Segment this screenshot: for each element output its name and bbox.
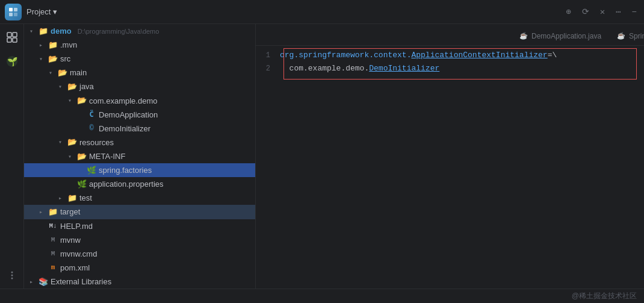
tab-icon-spring-app: ☕: [617, 32, 625, 40]
folder-icon-java: 📂: [67, 82, 77, 92]
svg-rect-1: [14, 8, 17, 11]
project-icon[interactable]: [4, 29, 20, 46]
more-icon[interactable]: ⋯: [613, 5, 623, 18]
code-line-2: 2 com.example.demo.DemoInitializer: [256, 64, 644, 77]
tree-item-spring-factories[interactable]: 🌿 spring.factories: [24, 163, 255, 177]
status-bar: @稀土掘金技术社区: [0, 289, 644, 303]
java-class-icon-init: ©: [87, 124, 96, 133]
minimize-icon[interactable]: −: [630, 6, 639, 18]
tab-label-spring-app: SpringApplication.java: [629, 32, 644, 40]
label-meta-inf: META-INF: [89, 152, 125, 161]
folder-icon-demo: 📁: [39, 27, 48, 36]
label-spring-factories: spring.factories: [99, 166, 152, 175]
project-label[interactable]: Project ▾: [26, 7, 57, 16]
arrow-main: [46, 69, 55, 77]
dropdown-arrow: ▾: [53, 7, 57, 16]
tree-item-ext-libs[interactable]: 📚 External Libraries: [24, 275, 255, 289]
label-main: main: [70, 68, 87, 77]
tree-item-mvn[interactable]: 📁 .mvn: [24, 38, 255, 52]
tree-item-demo-app[interactable]: C̈ DemoApplication: [24, 108, 255, 122]
package-icon: 📂: [77, 96, 87, 105]
label-resources: resources: [79, 138, 114, 147]
tree-item-pom-xml[interactable]: m pom.xml: [24, 261, 255, 275]
md-icon: M↓: [48, 222, 58, 230]
arrow-resources: [55, 139, 65, 146]
watermark: @稀土掘金技术社区: [572, 291, 637, 301]
line-content-2: com.example.demo.DemoInitializer: [280, 64, 439, 73]
code-line-1: 1 org.springframework.context.Applicatio…: [256, 51, 644, 64]
label-app-props: application.properties: [89, 180, 164, 189]
add-icon[interactable]: ⊕: [563, 5, 573, 18]
tree-item-target[interactable]: 📁 target: [24, 205, 255, 219]
arrow-java: [55, 83, 65, 90]
tree-item-src[interactable]: 📂 src: [24, 52, 255, 66]
title-bar-left: Project ▾: [5, 4, 101, 20]
mvnw-cmd-icon: M: [48, 250, 58, 257]
arrow-package: [65, 97, 75, 104]
tree-item-app-props[interactable]: 🌿 application.properties: [24, 177, 255, 191]
tab-demo-application[interactable]: ☕ DemoApplication.java: [512, 26, 609, 45]
tree-item-meta-inf[interactable]: 📂 META-INF: [24, 149, 255, 163]
tree-item-package[interactable]: 📂 com.example.demo: [24, 94, 255, 108]
activity-bar: 🌱: [0, 24, 24, 289]
editor-area: ☕ DemoApplication.java ☕ SpringApplicati…: [256, 24, 644, 289]
tree-item-main[interactable]: 📂 main: [24, 66, 255, 80]
svg-rect-4: [7, 33, 11, 37]
label-demo-init: DemoInitializer: [99, 124, 150, 133]
line-number-1: 1: [256, 51, 280, 60]
folder-icon-main: 📂: [58, 68, 67, 78]
label-test: test: [79, 193, 92, 202]
arrow-ext-libs: [26, 278, 36, 286]
svg-rect-0: [9, 8, 13, 11]
tree-item-mvnw-cmd[interactable]: M mvnw.cmd: [24, 247, 255, 261]
folder-icon-test: 📁: [67, 193, 77, 203]
arrow-test: [55, 195, 65, 202]
label-demo-app: DemoApplication: [99, 110, 158, 119]
tree-item-test[interactable]: 📁 test: [24, 191, 255, 205]
tabs-bar: ☕ DemoApplication.java ☕ SpringApplicati…: [256, 24, 644, 46]
tree-item-demo-init[interactable]: © DemoInitializer: [24, 122, 255, 136]
spring-icon[interactable]: 🌱: [4, 53, 20, 70]
svg-rect-6: [7, 38, 11, 42]
main-area: 🌱 📁 demo D:\programming\Java\demo 📁 .mvn: [0, 24, 644, 289]
props-icon: 🌿: [77, 180, 87, 189]
svg-point-12: [11, 278, 13, 280]
svg-rect-5: [13, 33, 17, 37]
line-number-2: 2: [256, 64, 280, 73]
label-demo: demo: [51, 27, 72, 36]
xml-icon: m: [48, 264, 58, 271]
spring-factories-icon: 🌿: [87, 166, 96, 175]
svg-rect-7: [13, 38, 17, 42]
tab-spring-application[interactable]: ☕ SpringApplication.java: [609, 26, 644, 45]
java-class-icon-demo: C̈: [87, 110, 96, 119]
svg-text:🌱: 🌱: [7, 57, 17, 67]
label-mvnw: mvnw: [60, 236, 81, 245]
arrow-src: [36, 55, 46, 63]
label-ext-libs: External Libraries: [51, 277, 111, 286]
svg-point-10: [11, 272, 13, 273]
tree-item-java[interactable]: 📂 java: [24, 80, 255, 93]
editor-content[interactable]: 1 org.springframework.context.Applicatio…: [256, 46, 644, 289]
mvnw-icon: M: [48, 236, 58, 243]
folder-icon-src: 📂: [48, 54, 58, 64]
tree-item-demo[interactable]: 📁 demo D:\programming\Java\demo: [24, 24, 255, 38]
title-bar-icons: ⊕ ⟳ ✕ ⋯ −: [563, 5, 639, 18]
close-icon[interactable]: ✕: [598, 5, 607, 18]
app-icon: [5, 4, 22, 20]
label-package: com.example.demo: [89, 96, 157, 105]
svg-point-11: [11, 275, 13, 276]
folder-icon-target: 📁: [48, 207, 58, 217]
label-demo-path: D:\programming\Java\demo: [78, 28, 159, 35]
tree-item-mvnw[interactable]: M mvnw: [24, 233, 255, 247]
label-mvnw-cmd: mvnw.cmd: [60, 249, 97, 258]
tree-item-help-md[interactable]: M↓ HELP.md: [24, 219, 255, 233]
more-tools-icon[interactable]: [4, 267, 20, 284]
folder-icon-resources: 📂: [67, 137, 77, 147]
label-help-md: HELP.md: [60, 222, 93, 231]
title-bar: Project ▾ ⊕ ⟳ ✕ ⋯ −: [0, 0, 644, 24]
tree-item-resources[interactable]: 📂 resources: [24, 136, 255, 149]
sync-icon[interactable]: ⟳: [580, 5, 592, 18]
folder-icon-meta-inf: 📂: [77, 152, 87, 161]
label-target: target: [60, 207, 80, 216]
sidebar: 📁 demo D:\programming\Java\demo 📁 .mvn 📂…: [24, 24, 256, 289]
